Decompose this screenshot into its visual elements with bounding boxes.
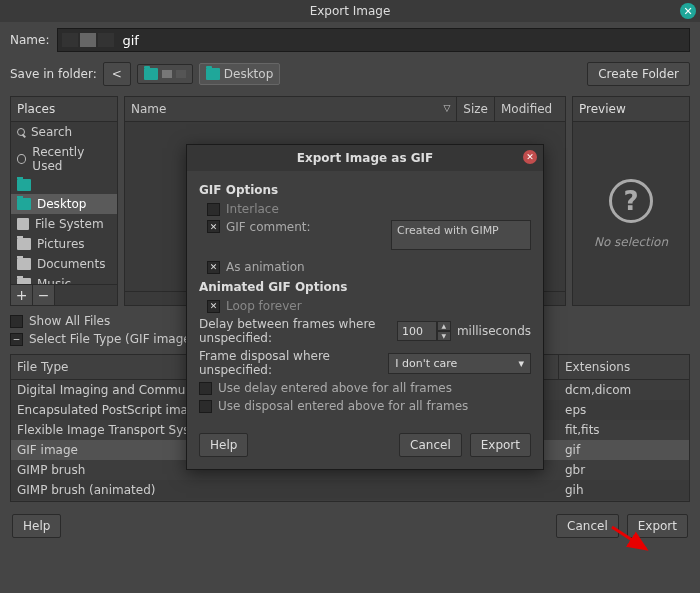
file-type-ext: dcm,dicom: [559, 380, 689, 400]
export-button[interactable]: Export: [627, 514, 688, 538]
gif-comment-checkbox[interactable]: ✕: [207, 220, 220, 233]
titlebar: Export Image ✕: [0, 0, 700, 22]
cancel-button[interactable]: Cancel: [556, 514, 619, 538]
window-close-icon[interactable]: ✕: [680, 3, 696, 19]
create-folder-button[interactable]: Create Folder: [587, 62, 690, 86]
show-all-files-label: Show All Files: [29, 314, 110, 328]
dialog-button-bar: Help Cancel Export: [187, 423, 543, 469]
clock-icon: [17, 154, 26, 164]
select-file-type-label: Select File Type (GIF image): [29, 332, 195, 346]
as-animation-row[interactable]: ✕ As animation: [199, 258, 531, 276]
use-delay-all-checkbox[interactable]: [199, 382, 212, 395]
preview-body: ? No selection: [573, 122, 689, 305]
use-disposal-all-label: Use disposal entered above for all frame…: [218, 399, 468, 413]
select-file-type-expander[interactable]: −: [10, 333, 23, 346]
preview-panel: Preview ? No selection: [572, 96, 690, 306]
as-animation-checkbox[interactable]: ✕: [207, 261, 220, 274]
dialog-cancel-button[interactable]: Cancel: [399, 433, 462, 457]
interlace-checkbox[interactable]: [207, 203, 220, 216]
folder-icon: [17, 179, 31, 191]
save-in-folder-label: Save in folder:: [10, 67, 97, 81]
places-item-label: File System: [35, 217, 104, 231]
gif-comment-label: GIF comment:: [226, 220, 311, 234]
filename-input[interactable]: [122, 33, 689, 48]
filename-prefix-swatches: [62, 33, 114, 47]
remove-place-button[interactable]: −: [33, 285, 55, 305]
folder-icon: [17, 258, 31, 270]
frame-delay-input[interactable]: [397, 321, 437, 341]
places-toolbar: + −: [11, 284, 117, 305]
use-delay-all-label: Use delay entered above for all frames: [218, 381, 452, 395]
name-label: Name:: [10, 33, 49, 47]
loop-forever-checkbox[interactable]: ✕: [207, 300, 220, 313]
col-extensions[interactable]: Extensions: [559, 355, 689, 379]
use-delay-all-row[interactable]: Use delay entered above for all frames: [199, 379, 531, 397]
delay-spin-down[interactable]: ▼: [437, 331, 451, 341]
places-item-label: Search: [31, 125, 72, 139]
gif-comment-row: ✕ GIF comment: Created with GIMP: [199, 218, 531, 252]
places-item[interactable]: File System: [11, 214, 117, 234]
frame-disposal-label: Frame disposal where unspecified:: [199, 349, 382, 377]
file-type-row[interactable]: GIMP brush (animated)gih: [11, 480, 689, 500]
question-icon: ?: [609, 179, 653, 223]
places-item[interactable]: Pictures: [11, 234, 117, 254]
dialog-close-icon[interactable]: ✕: [523, 150, 537, 164]
col-name[interactable]: Name▽: [125, 97, 457, 121]
file-headers: Name▽ Size Modified: [125, 97, 565, 122]
places-item[interactable]: Search: [11, 122, 117, 142]
places-item[interactable]: Desktop: [11, 194, 117, 214]
desktop-folder-icon: [206, 68, 220, 80]
animated-gif-options-heading: Animated GIF Options: [199, 280, 531, 294]
places-item-label: Music: [37, 277, 71, 284]
name-row: Name:: [0, 22, 700, 58]
frame-disposal-value: I don't care: [395, 357, 457, 370]
disk-icon: [17, 218, 29, 230]
frame-delay-row: Delay between frames where unspecified: …: [199, 315, 531, 347]
dialog-titlebar: Export Image as GIF ✕: [187, 145, 543, 171]
gif-comment-input[interactable]: Created with GIMP: [391, 220, 531, 250]
delay-spin-up[interactable]: ▲: [437, 321, 451, 331]
search-icon: [17, 128, 25, 136]
places-panel: Places SearchRecently UsedDesktopFile Sy…: [10, 96, 118, 306]
interlace-row[interactable]: Interlace: [199, 200, 531, 218]
file-type-ext: gif: [559, 440, 689, 460]
places-item-label: Desktop: [37, 197, 87, 211]
help-button[interactable]: Help: [12, 514, 61, 538]
frame-delay-unit: milliseconds: [457, 324, 531, 338]
gif-options-heading: GIF Options: [199, 183, 531, 197]
folder-icon: [17, 278, 31, 284]
add-place-button[interactable]: +: [11, 285, 33, 305]
places-item[interactable]: Music: [11, 274, 117, 284]
places-header: Places: [11, 97, 117, 122]
show-all-files-checkbox[interactable]: [10, 315, 23, 328]
interlace-label: Interlace: [226, 202, 279, 216]
places-item[interactable]: Documents: [11, 254, 117, 274]
dialog-help-button[interactable]: Help: [199, 433, 248, 457]
export-gif-dialog: Export Image as GIF ✕ GIF Options Interl…: [186, 144, 544, 470]
places-item-label: Documents: [37, 257, 105, 271]
col-modified[interactable]: Modified: [495, 97, 565, 121]
use-disposal-all-row[interactable]: Use disposal entered above for all frame…: [199, 397, 531, 415]
bottom-button-bar: Help Cancel Export: [0, 502, 700, 550]
col-size[interactable]: Size: [457, 97, 495, 121]
frame-delay-label: Delay between frames where unspecified:: [199, 317, 391, 345]
frame-disposal-select[interactable]: I don't care ▾: [388, 353, 531, 374]
dialog-title: Export Image as GIF: [297, 151, 434, 165]
places-item-label: Recently Used: [32, 145, 111, 173]
breadcrumb-home[interactable]: [137, 64, 193, 84]
loop-forever-row[interactable]: ✕ Loop forever: [199, 297, 531, 315]
dialog-export-button[interactable]: Export: [470, 433, 531, 457]
use-disposal-all-checkbox[interactable]: [199, 400, 212, 413]
places-item[interactable]: Recently Used: [11, 142, 117, 176]
breadcrumb-desktop[interactable]: Desktop: [199, 63, 281, 85]
loop-forever-label: Loop forever: [226, 299, 302, 313]
no-selection-label: No selection: [594, 235, 668, 249]
sort-indicator-icon: ▽: [443, 103, 450, 113]
back-button[interactable]: <: [103, 62, 131, 86]
file-type-ext: fit,fits: [559, 420, 689, 440]
places-item[interactable]: [11, 176, 117, 194]
chevron-down-icon: ▾: [518, 357, 524, 370]
window-title: Export Image: [310, 4, 391, 18]
places-list: SearchRecently UsedDesktopFile SystemPic…: [11, 122, 117, 284]
frame-delay-field: ▲ ▼: [397, 321, 451, 341]
